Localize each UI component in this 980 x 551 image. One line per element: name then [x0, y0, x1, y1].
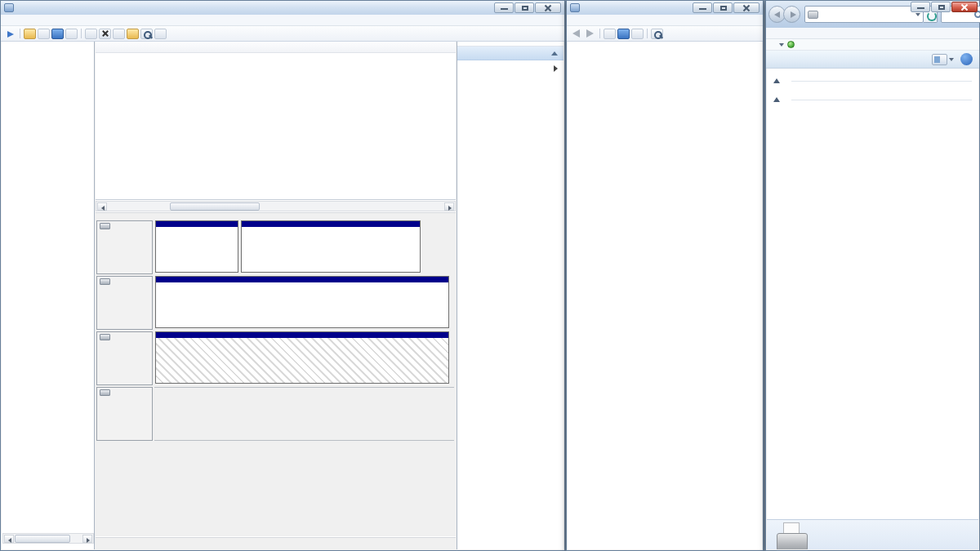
scroll-left-arrow[interactable] [4, 535, 14, 543]
devices-and-printers-window [765, 0, 980, 551]
menu-bar [1, 15, 564, 26]
group-collapse-icon[interactable] [773, 78, 780, 83]
help-icon[interactable] [617, 29, 630, 39]
horizontal-scrollbar[interactable] [2, 533, 94, 544]
address-icon [808, 11, 818, 19]
device-manager-window [566, 0, 764, 551]
find-icon[interactable] [140, 29, 153, 39]
cdrom-row [96, 387, 454, 441]
window-icon-small2[interactable] [65, 29, 78, 39]
navigation-bar [766, 1, 979, 28]
cdrom-icon [100, 389, 110, 396]
volume-list [96, 42, 456, 200]
horizontal-scrollbar[interactable] [96, 201, 456, 211]
close-button[interactable] [951, 2, 978, 12]
actions-group-header[interactable] [457, 47, 564, 60]
devices-content [767, 69, 978, 519]
scroll-left-arrow[interactable] [97, 202, 107, 211]
title-bar[interactable] [1, 1, 564, 15]
window-icon-small[interactable] [38, 29, 50, 39]
restore-button[interactable] [514, 2, 534, 13]
scan-hardware-icon[interactable] [651, 29, 663, 39]
details-pane [767, 519, 978, 549]
scroll-right-arrow[interactable] [444, 202, 454, 211]
actions-pane [457, 42, 564, 549]
window-icon [570, 3, 580, 12]
minimize-button[interactable] [693, 2, 712, 13]
open-folder-icon[interactable] [127, 29, 139, 39]
disk-label[interactable] [96, 220, 153, 274]
selected-item-icon [773, 522, 811, 549]
disk-legend [96, 537, 456, 550]
forward-arrow-icon[interactable] [586, 29, 594, 38]
partition-color-strip [156, 277, 448, 282]
toolbar [1, 26, 564, 42]
photo-print-icon [787, 41, 795, 48]
scrollbar-thumb[interactable] [170, 202, 260, 211]
menu-bar [766, 28, 979, 39]
help-icon[interactable] [51, 29, 64, 39]
menu-bar [567, 15, 763, 26]
back-arrow-icon[interactable] [572, 29, 580, 38]
disk-icon [100, 334, 110, 340]
partition-color-strip [156, 221, 238, 227]
console-tree-pane [2, 42, 95, 549]
refresh-icon[interactable] [85, 29, 97, 39]
disk-icon [100, 223, 110, 229]
title-bar[interactable] [567, 1, 763, 15]
devices-tiles [767, 104, 978, 106]
toolbar [567, 26, 763, 42]
devices-group-header[interactable] [773, 97, 972, 102]
disk-graphic-pane [96, 212, 456, 536]
delete-icon[interactable] [99, 29, 111, 39]
restore-button[interactable] [713, 2, 733, 13]
volume-list-header [96, 42, 456, 53]
disk-row-2 [96, 331, 454, 385]
restore-button[interactable] [931, 2, 951, 12]
minimize-button[interactable] [911, 2, 930, 12]
partition-system-reserved[interactable] [155, 220, 238, 273]
cdrom-label[interactable] [96, 387, 153, 441]
epson-dropdown-icon[interactable] [779, 43, 784, 47]
printers-tiles [767, 86, 978, 87]
minimize-button[interactable] [494, 2, 514, 13]
epson-toolbar [766, 39, 979, 51]
change-view-icon[interactable] [932, 54, 947, 65]
partition-c[interactable] [241, 220, 421, 273]
cdrom-empty-area [154, 387, 454, 441]
disk-label[interactable] [96, 276, 153, 330]
device-tree [568, 42, 762, 549]
forward-button[interactable] [783, 6, 800, 23]
submenu-arrow-icon [554, 65, 558, 72]
disk-row-1 [96, 276, 454, 330]
scrollbar-thumb[interactable] [15, 535, 70, 543]
group-collapse-icon[interactable] [773, 97, 780, 102]
address-bar[interactable] [804, 6, 924, 23]
computer-management-window [0, 0, 565, 551]
disk-row-0 [96, 220, 454, 274]
partition-unlabeled[interactable] [155, 331, 449, 384]
show-console-tree-icon[interactable] [24, 29, 36, 39]
collapse-arrow-icon[interactable] [551, 51, 558, 56]
close-button[interactable] [535, 2, 561, 13]
view-dropdown-icon[interactable] [949, 58, 954, 61]
scroll-right-arrow[interactable] [82, 535, 92, 543]
close-button[interactable] [733, 2, 760, 13]
address-dropdown-icon[interactable] [915, 13, 920, 16]
command-bar [766, 51, 979, 69]
partition-color-strip [242, 221, 420, 227]
window-icon [4, 3, 14, 12]
disk-label[interactable] [96, 331, 153, 385]
window-icon-small2[interactable] [631, 29, 644, 39]
forward-arrow-icon[interactable] [4, 29, 16, 39]
window-icon-small[interactable] [604, 29, 616, 39]
disk-icon [100, 278, 110, 285]
extra-tool-icon[interactable] [154, 29, 167, 39]
partition-data-d[interactable] [155, 276, 449, 328]
more-actions-item[interactable] [457, 60, 564, 77]
disk-management-pane [96, 42, 456, 549]
partition-color-strip [156, 332, 448, 338]
properties-icon[interactable] [113, 29, 125, 39]
printers-group-header[interactable] [773, 78, 972, 83]
help-icon[interactable] [960, 53, 973, 65]
